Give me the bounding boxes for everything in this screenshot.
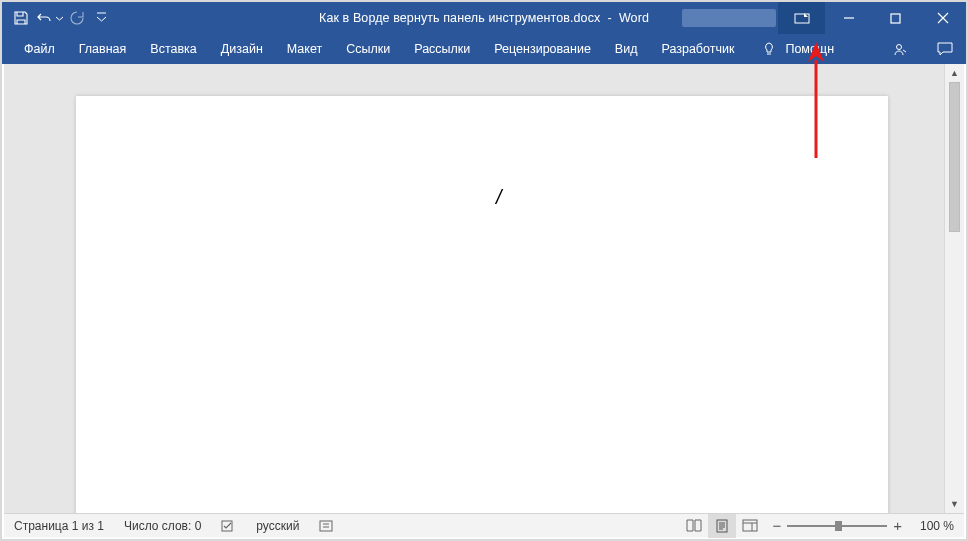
titlebar: Как в Ворде вернуть панель инструментов.… [2,2,966,34]
read-mode-button[interactable] [680,514,708,538]
tab-home[interactable]: Главная [67,34,139,64]
lightbulb-icon [758,38,780,60]
scroll-down-arrow[interactable]: ▼ [945,495,964,513]
tab-layout[interactable]: Макет [275,34,334,64]
tab-file[interactable]: Файл [12,34,67,64]
tab-insert[interactable]: Вставка [138,34,208,64]
ruler-gutter [4,64,18,513]
share-icon[interactable] [888,38,910,60]
zoom-level[interactable]: 100 % [910,514,964,537]
title-appname: Word [619,11,649,25]
status-word-count[interactable]: Число слов: 0 [114,514,211,537]
save-icon[interactable] [10,7,32,29]
qat-customize-icon[interactable] [90,7,112,29]
tab-references[interactable]: Ссылки [334,34,402,64]
web-layout-button[interactable] [736,514,764,538]
svg-rect-4 [320,521,332,531]
tab-mailings[interactable]: Рассылки [402,34,482,64]
title-filename: Как в Ворде вернуть панель инструментов.… [319,11,600,25]
svg-rect-0 [795,14,809,23]
zoom-slider[interactable]: − + [764,517,910,534]
undo-dropdown-icon[interactable] [54,7,64,29]
scroll-up-arrow[interactable]: ▲ [945,64,964,82]
redo-icon[interactable] [66,7,88,29]
vertical-scrollbar[interactable]: ▲ ▼ [944,64,964,513]
zoom-out-button[interactable]: − [772,517,781,534]
svg-rect-1 [891,14,900,23]
undo-icon[interactable] [34,7,56,29]
scrollbar-thumb[interactable] [949,82,960,232]
status-macros-icon[interactable] [309,514,344,537]
tab-view[interactable]: Вид [603,34,650,64]
tell-me-label: Помощн [785,42,834,56]
comments-icon[interactable] [934,38,956,60]
tab-developer[interactable]: Разработчик [649,34,746,64]
view-mode-buttons [680,514,764,538]
zoom-slider-track[interactable] [787,525,887,527]
tell-me-field[interactable]: Помощн [746,34,846,64]
svg-rect-3 [222,521,232,531]
account-placeholder[interactable] [682,9,776,27]
status-page[interactable]: Страница 1 из 1 [4,514,114,537]
print-layout-button[interactable] [708,514,736,538]
ribbon-display-options-button[interactable] [778,2,825,34]
window-controls [778,2,966,34]
minimize-button[interactable] [825,2,872,34]
document-page[interactable]: / [76,96,888,513]
title-separator: - [600,11,619,25]
svg-point-2 [896,44,901,49]
ribbon-tabs: Файл Главная Вставка Дизайн Макет Ссылки… [2,34,966,64]
zoom-in-button[interactable]: + [893,517,902,534]
status-language[interactable]: русский [246,514,309,537]
document-workspace: / ▲ ▼ [4,64,964,513]
zoom-slider-thumb[interactable] [835,521,842,531]
maximize-button[interactable] [872,2,919,34]
tab-review[interactable]: Рецензирование [482,34,603,64]
document-area[interactable]: / [18,64,944,513]
close-button[interactable] [919,2,966,34]
svg-rect-5 [717,520,727,532]
tab-design[interactable]: Дизайн [209,34,275,64]
text-cursor: / [496,186,502,209]
status-spellcheck-icon[interactable] [211,514,246,537]
svg-rect-6 [743,520,757,531]
status-bar: Страница 1 из 1 Число слов: 0 русский − … [4,513,964,537]
quick-access-toolbar [10,7,112,29]
